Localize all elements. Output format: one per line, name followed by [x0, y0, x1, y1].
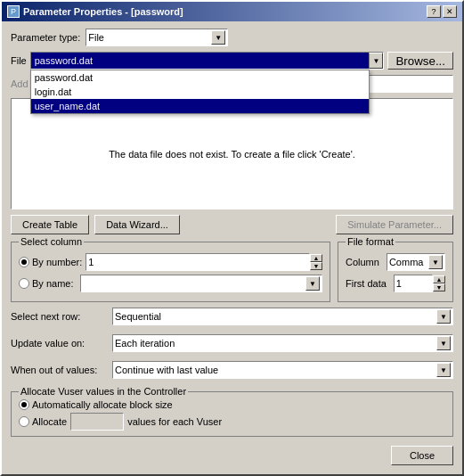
update-value-on-arrow[interactable]: ▼	[436, 336, 451, 350]
file-format-title: File format	[346, 236, 395, 247]
content-area: Parameter type: File ▼ File password.dat…	[2, 21, 462, 474]
manual-allocate-label: Allocate	[32, 416, 67, 427]
select-next-row-label: Select next row:	[11, 311, 109, 322]
column-format-arrow[interactable]: ▼	[428, 255, 443, 269]
file-dropdown-list: password.dat login.dat user_name.dat	[30, 70, 370, 114]
auto-allocate-radio[interactable]: Automatically allocate block size	[19, 399, 445, 410]
first-data-spinner: ▲ ▼	[433, 275, 445, 291]
by-number-up[interactable]: ▲	[310, 254, 322, 262]
select-next-row-select[interactable]: Sequential ▼	[112, 308, 453, 325]
allocate-inner: Automatically allocate block size Alloca…	[19, 399, 445, 431]
column-format-label: Column	[346, 257, 379, 267]
allocate-values-label: values for each Vuser	[127, 416, 222, 427]
file-label: File	[11, 55, 27, 66]
file-row: File password.dat ▼ password.dat login.d…	[11, 52, 453, 70]
column-format-row: Column Comma ▼	[346, 253, 445, 271]
column-format-value: Comma	[389, 257, 424, 267]
select-next-row-arrow[interactable]: ▼	[436, 309, 451, 324]
param-type-label: Parameter type:	[11, 32, 80, 43]
param-type-value: File	[88, 32, 104, 43]
file-format-group: File format Column Comma ▼ First data	[338, 240, 453, 302]
file-combo[interactable]: password.dat ▼	[30, 52, 385, 70]
by-name-radio-input[interactable]	[19, 278, 29, 289]
file-format-box: File format Column Comma ▼ First data	[338, 242, 453, 302]
auto-allocate-radio-input[interactable]	[19, 399, 29, 410]
by-name-label: By name:	[32, 278, 73, 289]
help-button[interactable]: ?	[427, 5, 441, 18]
first-data-label: First data	[346, 278, 387, 289]
title-bar-left: P Parameter Properties - [password]	[7, 5, 183, 18]
by-name-arrow[interactable]: ▼	[305, 276, 320, 291]
file-input-container: password.dat ▼ password.dat login.dat us…	[30, 52, 385, 70]
auto-allocate-label: Automatically allocate block size	[32, 399, 173, 410]
update-value-on-value: Each iteration	[115, 338, 175, 349]
window-title: Parameter Properties - [password]	[23, 6, 183, 17]
first-data-row: First data ▲ ▼	[346, 275, 445, 292]
first-data-input[interactable]	[394, 275, 433, 292]
update-value-on-row: Update value on: Each iteration ▼	[11, 334, 453, 352]
data-message: The data file does not exist. To create …	[109, 149, 355, 160]
update-value-on-select[interactable]: Each iteration ▼	[112, 334, 453, 352]
first-data-up[interactable]: ▲	[433, 275, 445, 283]
simulate-parameter-button[interactable]: Simulate Parameter...	[336, 215, 453, 234]
param-type-arrow[interactable]: ▼	[211, 30, 225, 45]
select-column-title: Select column	[19, 236, 84, 247]
close-row: Close	[11, 442, 453, 467]
allocate-input[interactable]	[70, 413, 124, 431]
by-name-row: By name: ▼	[19, 275, 322, 292]
param-type-select[interactable]: File ▼	[85, 29, 228, 46]
file-combo-arrow[interactable]: ▼	[369, 53, 383, 69]
allocate-group: Allocate Vuser values in the Controller …	[11, 391, 453, 437]
by-number-radio[interactable]: By number:	[19, 257, 82, 267]
by-name-radio[interactable]: By name:	[19, 278, 73, 289]
manual-allocate-row: Allocate values for each Vuser	[19, 413, 445, 431]
by-name-select[interactable]: ▼	[80, 275, 322, 292]
select-next-row-value: Sequential	[115, 311, 161, 322]
browse-button[interactable]: Browse...	[387, 52, 453, 70]
by-number-label: By number:	[32, 257, 82, 267]
data-area: The data file does not exist. To create …	[11, 98, 453, 209]
manual-allocate-radio-input[interactable]	[19, 416, 29, 427]
close-window-button[interactable]: ✕	[443, 5, 457, 18]
when-out-of-values-value: Continue with last value	[115, 365, 218, 375]
title-buttons: ? ✕	[427, 5, 457, 18]
select-next-row-row: Select next row: Sequential ▼	[11, 308, 453, 325]
by-number-spinner: ▲ ▼	[310, 254, 322, 270]
select-column-box: Select column By number: ▲ ▼	[11, 242, 330, 302]
param-type-row: Parameter type: File ▼	[11, 29, 453, 46]
column-format-select[interactable]: Comma ▼	[387, 253, 445, 271]
main-window: P Parameter Properties - [password] ? ✕ …	[0, 0, 464, 476]
when-out-of-values-arrow[interactable]: ▼	[436, 363, 451, 377]
by-number-down[interactable]: ▼	[310, 262, 322, 270]
dropdown-item-1[interactable]: login.dat	[31, 85, 370, 99]
allocate-title: Allocate Vuser values in the Controller	[19, 386, 188, 397]
two-col-section: Select column By number: ▲ ▼	[11, 240, 453, 302]
first-data-down[interactable]: ▼	[433, 283, 445, 291]
app-icon: P	[7, 5, 20, 18]
close-button[interactable]: Close	[391, 446, 453, 465]
select-column-group: Select column By number: ▲ ▼	[11, 240, 330, 302]
dropdown-item-2[interactable]: user_name.dat	[31, 99, 370, 113]
action-btn-row: Create Table Data Wizard... Simulate Par…	[11, 215, 453, 234]
title-bar: P Parameter Properties - [password] ? ✕	[2, 2, 462, 21]
update-value-on-label: Update value on:	[11, 338, 109, 349]
file-combo-text: password.dat	[31, 53, 370, 69]
by-number-radio-input[interactable]	[19, 257, 29, 267]
when-out-of-values-select[interactable]: Continue with last value ▼	[112, 361, 453, 379]
data-wizard-button[interactable]: Data Wizard...	[94, 215, 180, 234]
by-number-input[interactable]	[85, 253, 310, 271]
create-table-button[interactable]: Create Table	[11, 215, 89, 234]
dropdown-item-0[interactable]: password.dat	[31, 70, 370, 85]
when-out-of-values-label: When out of values:	[11, 365, 109, 375]
when-out-of-values-row: When out of values: Continue with last v…	[11, 361, 453, 379]
manual-allocate-radio[interactable]: Allocate	[19, 416, 67, 427]
by-number-row: By number: ▲ ▼	[19, 253, 322, 271]
